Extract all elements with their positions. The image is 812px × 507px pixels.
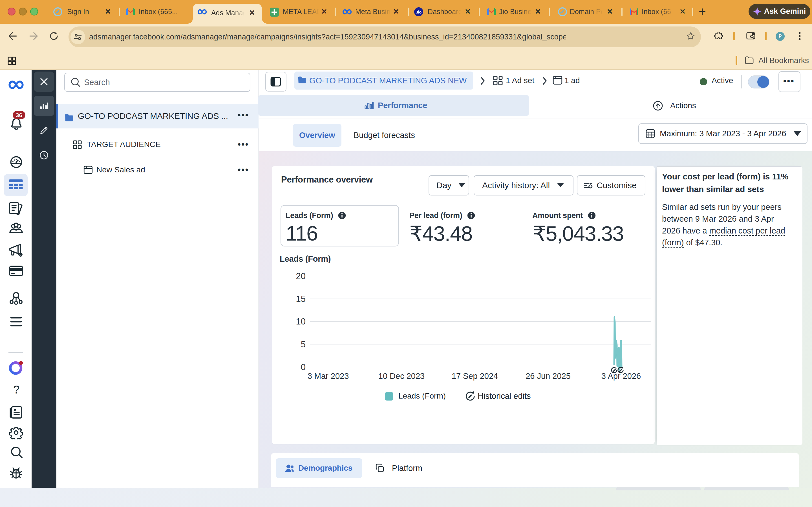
svg-text:26 Jun 2025: 26 Jun 2025 <box>525 372 571 381</box>
svg-text:20: 20 <box>296 271 306 281</box>
svg-text:10: 10 <box>296 317 306 327</box>
svg-text:3 Mar 2023: 3 Mar 2023 <box>308 372 349 381</box>
svg-text:Jio: Jio <box>416 10 421 14</box>
svg-text:5: 5 <box>301 339 306 349</box>
svg-text:17 Sep 2024: 17 Sep 2024 <box>452 372 498 381</box>
svg-text:0: 0 <box>301 362 306 372</box>
svg-text:15: 15 <box>296 294 306 304</box>
svg-text:10 Dec 2023: 10 Dec 2023 <box>378 372 424 381</box>
